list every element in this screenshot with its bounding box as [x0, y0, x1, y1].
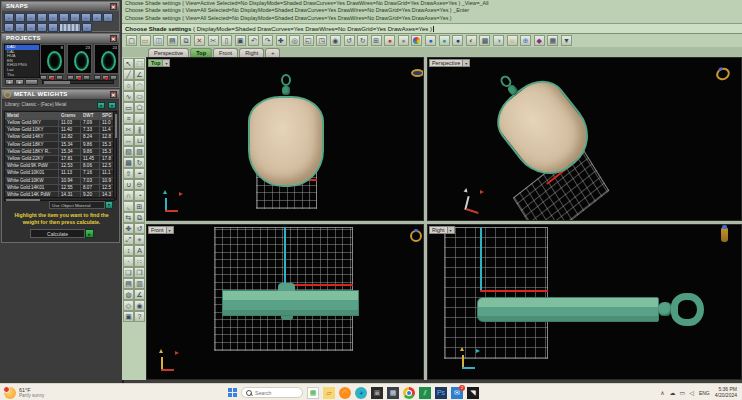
near-snap-button[interactable]: ◦: [15, 13, 25, 22]
projects-scrollbar[interactable]: [42, 80, 114, 84]
table-row[interactable]: White Gold:10K0111.137.1611.1: [5, 170, 116, 177]
project-add2-button[interactable]: +: [15, 79, 24, 85]
point-button[interactable]: ·: [123, 256, 134, 267]
photos-app-button[interactable]: ▦: [307, 387, 319, 399]
photoshop-button[interactable]: Ps: [435, 387, 447, 399]
save-button[interactable]: ◫: [153, 35, 164, 46]
smarttrack-snap-button[interactable]: [59, 23, 81, 32]
boolean-intersection-button[interactable]: ∩: [123, 190, 134, 201]
chevron-down-icon[interactable]: ▾: [448, 226, 455, 234]
viewport-right[interactable]: Right ▾: [427, 224, 742, 380]
mirror-button[interactable]: ⇆: [123, 212, 134, 223]
render-blue-button[interactable]: ●: [425, 35, 436, 46]
text-button[interactable]: A: [134, 245, 145, 256]
taskbar-clock[interactable]: 5:36 PM 4/20/2024: [715, 387, 740, 399]
unit-dropdown-1[interactable]: ▾: [97, 102, 105, 109]
line-button[interactable]: ╱: [123, 69, 134, 80]
revolve-button[interactable]: ↻: [134, 157, 145, 168]
chevron-down-icon[interactable]: ▾: [463, 59, 470, 67]
material-button[interactable]: ◐: [466, 35, 477, 46]
volume-icon[interactable]: ◁: [689, 389, 694, 396]
table-row[interactable]: Yellow Gold:9KY11.037.0911.0: [5, 120, 116, 127]
analyze-button[interactable]: ∡: [134, 289, 145, 300]
filter-button[interactable]: ▼: [561, 35, 572, 46]
gumball-button[interactable]: ⊕: [520, 35, 531, 46]
ortho-snap-button[interactable]: ◦: [37, 23, 47, 32]
sweep-button[interactable]: ▩: [123, 157, 134, 168]
point-snap-button[interactable]: ◦: [26, 13, 36, 22]
viewport-front[interactable]: Front ▾: [146, 224, 424, 380]
surface-button[interactable]: ▧: [123, 146, 134, 157]
edge-button[interactable]: ◕: [355, 387, 367, 399]
move-object-button[interactable]: ✥: [123, 223, 134, 234]
cut-button[interactable]: ✂: [208, 35, 219, 46]
copy-object-button[interactable]: ⧉: [134, 212, 145, 223]
table-hscrollbar[interactable]: [4, 197, 115, 201]
table-row[interactable]: Yellow Gold:14KY12.828.2412.8: [5, 134, 116, 141]
select-window-button[interactable]: ⬚: [134, 58, 145, 69]
new-file-button[interactable]: ▢: [126, 35, 137, 46]
copy-to-clipboard-button[interactable]: ⧉: [180, 35, 191, 46]
points-grid-button[interactable]: ∷: [134, 256, 145, 267]
search-input[interactable]: [255, 390, 295, 396]
set-view-button[interactable]: ⊞: [371, 35, 382, 46]
zoom-extents-button[interactable]: ◳: [316, 35, 327, 46]
chevron-down-icon[interactable]: ▾: [105, 201, 113, 209]
boolean-difference-button[interactable]: ⊖: [134, 179, 145, 190]
shell-button[interactable]: ◔: [134, 190, 145, 201]
viewport-front-label[interactable]: Front ▾: [148, 226, 174, 234]
ellipse-button[interactable]: ⬭: [134, 91, 145, 102]
tab-right[interactable]: Right: [239, 48, 264, 57]
table-row[interactable]: White Gold:14K0112.558.0712.5: [5, 185, 116, 192]
undo-button[interactable]: ↶: [248, 35, 259, 46]
options-button[interactable]: ▦: [547, 35, 558, 46]
mail-button[interactable]: ✉2: [451, 387, 463, 399]
split-button[interactable]: ∦: [134, 124, 145, 135]
open-file-button[interactable]: ▭: [140, 35, 151, 46]
fillet-button[interactable]: ◞: [134, 113, 145, 124]
start-button[interactable]: [228, 388, 237, 397]
select-button[interactable]: ↖: [123, 58, 134, 69]
file-explorer-button[interactable]: ▱: [323, 387, 335, 399]
trim-button[interactable]: ✂: [123, 124, 134, 135]
delete-button[interactable]: ✕: [194, 35, 205, 46]
join-button[interactable]: ⊔: [134, 135, 145, 146]
close-icon[interactable]: ✕: [110, 35, 117, 42]
cap-button[interactable]: ◓: [134, 168, 145, 179]
projects-list[interactable]: DADDALHUAENKH03 PNGLavThu: [4, 44, 40, 78]
int-snap-button[interactable]: ◦: [59, 13, 69, 22]
render-tools-button[interactable]: ◍: [123, 289, 134, 300]
undo-view-button[interactable]: ↺: [344, 35, 355, 46]
table-row[interactable]: Yellow Gold:18KY R..15.349.8615.3: [5, 149, 116, 156]
zoom-window-button[interactable]: ◱: [303, 35, 314, 46]
rotate-object-button[interactable]: ↺: [134, 223, 145, 234]
texture-button[interactable]: ▩: [479, 35, 490, 46]
redo-button[interactable]: ↷: [262, 35, 273, 46]
zoom-dynamic-button[interactable]: ◎: [289, 35, 300, 46]
zoom-selected-button[interactable]: ◉: [330, 35, 341, 46]
lock-button[interactable]: ▣: [123, 311, 134, 322]
project-thumbnail[interactable]: 24: [94, 44, 119, 74]
metal-weights-table[interactable]: MetalGramsDWTSPGYellow Gold:9KY11.037.09…: [4, 111, 117, 200]
calculator-button[interactable]: ▦: [387, 387, 399, 399]
matrix-app-button[interactable]: ⫽: [419, 387, 431, 399]
arc-button[interactable]: ◠: [134, 80, 145, 91]
project-misc-button[interactable]: [25, 79, 38, 85]
viewport-right-label[interactable]: Right ▾: [429, 226, 455, 234]
tab-new[interactable]: +: [265, 48, 280, 57]
command-prompt[interactable]: Choose Shade settings ( DisplayMode=Shad…: [122, 23, 742, 33]
tray-chevron-icon[interactable]: ∧: [660, 389, 664, 396]
calculate-go-icon[interactable]: ▸: [85, 229, 94, 238]
weather-widget[interactable]: 61°F Partly sunny: [0, 387, 64, 399]
viewport-top[interactable]: Top ▾: [146, 57, 424, 221]
disable-snap-button[interactable]: ◦: [26, 23, 36, 32]
polyline-button[interactable]: ∠: [134, 69, 145, 80]
transform-button[interactable]: ◇: [123, 300, 134, 311]
render-navy-button[interactable]: ●: [452, 35, 463, 46]
knot-snap-button[interactable]: ◦: [103, 13, 113, 22]
close-icon[interactable]: ✕: [110, 91, 117, 98]
viewport-top-label[interactable]: Top ▾: [148, 59, 170, 67]
viewport-perspective-label[interactable]: Perspective ▾: [429, 59, 470, 67]
mid-snap-button[interactable]: ◦: [37, 13, 47, 22]
cen-snap-button[interactable]: ◦: [48, 13, 58, 22]
